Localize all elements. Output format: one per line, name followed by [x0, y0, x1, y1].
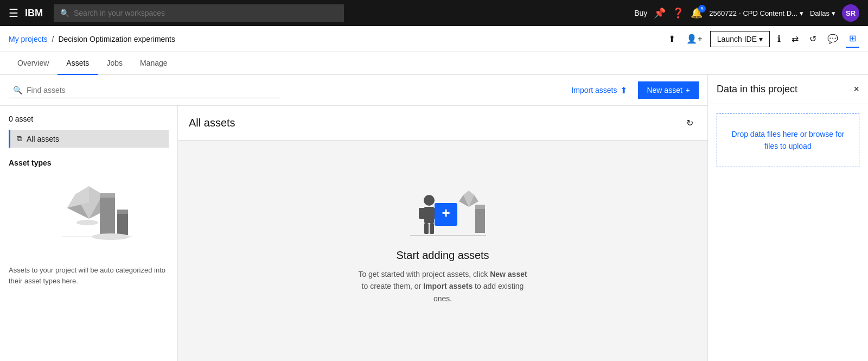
new-asset-button[interactable]: New asset +: [638, 81, 699, 99]
data-sidebar-close-button[interactable]: ×: [853, 84, 859, 95]
new-asset-label: New asset: [647, 86, 682, 94]
svg-rect-8: [117, 210, 128, 214]
region-chevron-icon: ▾: [832, 9, 835, 17]
svg-rect-16: [430, 223, 434, 234]
split-pane: 0 asset ⧉ All assets Asset types: [0, 106, 707, 361]
content-area: 🔍 Import assets ⬆ New asset + 0 asset ⧉ …: [0, 75, 707, 361]
notification-badge: 5: [698, 5, 706, 12]
empty-state-description: To get started with project assets, clic…: [356, 268, 529, 305]
upload-icon[interactable]: ⬆: [665, 30, 679, 47]
avatar[interactable]: SR: [842, 4, 859, 22]
comment-icon[interactable]: 💬: [824, 30, 841, 47]
search-box[interactable]: 🔍: [54, 4, 344, 22]
breadcrumb: My projects / Decision Optimization expe…: [9, 35, 175, 43]
launch-ide-label: Launch IDE: [717, 35, 757, 43]
region-switcher[interactable]: Dallas ▾: [810, 9, 835, 17]
tabs-bar: Overview Assets Jobs Manage: [0, 52, 868, 75]
projects-breadcrumb-link[interactable]: My projects: [9, 35, 48, 43]
asset-illustration-svg: [46, 178, 132, 254]
refresh-icon[interactable]: ↻: [683, 115, 697, 131]
add-user-icon[interactable]: 👤+: [683, 30, 705, 47]
svg-rect-15: [424, 223, 429, 234]
drop-zone-text: Drop data files here or browse for files…: [726, 128, 850, 153]
launch-ide-button[interactable]: Launch IDE ▾: [710, 31, 770, 47]
svg-rect-5: [100, 194, 115, 235]
pin-icon[interactable]: 📌: [654, 7, 666, 19]
account-switcher[interactable]: 2560722 - CPD Content D... ▾: [709, 9, 803, 17]
svg-rect-23: [475, 205, 485, 209]
menu-icon[interactable]: ☰: [9, 7, 18, 20]
breadcrumb-actions: ⬆ 👤+ Launch IDE ▾ ℹ ⇄ ↺ 💬 ⊞: [665, 30, 859, 48]
main-content-area: All assets ↻ +: [178, 106, 707, 361]
share-icon[interactable]: ⇄: [788, 30, 802, 47]
new-asset-plus-icon: +: [686, 86, 690, 94]
account-label: 2560722 - CPD Content D...: [709, 9, 797, 17]
find-assets-input[interactable]: [27, 86, 276, 94]
top-navigation: ☰ IBM 🔍 Buy 📌 ❓ 🔔 5 2560722 - CPD Conten…: [0, 0, 868, 26]
svg-point-11: [424, 195, 435, 206]
svg-point-4: [76, 220, 98, 225]
find-assets-search[interactable]: 🔍: [9, 83, 280, 98]
all-assets-header: All assets ↻: [178, 106, 707, 141]
svg-text:+: +: [442, 205, 450, 221]
grid-icon[interactable]: ⊞: [846, 30, 859, 48]
data-sidebar-header: Data in this project ×: [708, 75, 868, 104]
assets-toolbar: 🔍 Import assets ⬆ New asset +: [0, 75, 707, 106]
account-chevron-icon: ▾: [800, 9, 803, 17]
notification-icon[interactable]: 🔔 5: [691, 7, 703, 19]
all-assets-icon: ⧉: [17, 134, 22, 143]
asset-count: 0 asset: [9, 115, 169, 123]
svg-rect-13: [419, 208, 425, 219]
asset-illustration: [9, 178, 169, 254]
tab-jobs[interactable]: Jobs: [98, 52, 131, 75]
asset-description: Assets to your project will be auto cate…: [9, 265, 169, 286]
left-panel: 0 asset ⧉ All assets Asset types: [0, 106, 178, 361]
info-icon[interactable]: ℹ: [774, 30, 784, 47]
history-icon[interactable]: ↺: [806, 30, 820, 47]
current-project-label: Decision Optimization experiments: [58, 35, 175, 43]
svg-rect-22: [475, 206, 485, 233]
svg-rect-7: [117, 211, 128, 235]
drop-zone[interactable]: Drop data files here or browse for files…: [717, 113, 859, 167]
import-icon: ⬆: [620, 85, 627, 96]
region-label: Dallas: [810, 9, 829, 17]
import-assets-label: Import assets: [571, 86, 617, 94]
empty-state-illustration: +: [399, 184, 486, 249]
buy-link[interactable]: Buy: [634, 9, 647, 17]
empty-state: + Start adding assets To get started wi: [178, 141, 707, 348]
import-assets-button[interactable]: Import assets ⬆: [567, 82, 631, 99]
help-icon[interactable]: ❓: [672, 7, 684, 19]
breadcrumb-separator: /: [52, 35, 54, 43]
data-sidebar-title: Data in this project: [717, 84, 797, 95]
search-assets-icon: 🔍: [13, 86, 22, 94]
data-sidebar: Data in this project × Drop data files h…: [707, 75, 868, 361]
empty-state-title: Start adding assets: [396, 249, 489, 262]
launch-ide-chevron-icon: ▾: [759, 35, 763, 43]
search-icon: 🔍: [60, 9, 69, 17]
all-assets-item[interactable]: ⧉ All assets: [9, 130, 169, 148]
tab-manage[interactable]: Manage: [131, 52, 176, 75]
main-layout: 🔍 Import assets ⬆ New asset + 0 asset ⧉ …: [0, 75, 868, 361]
tab-assets[interactable]: Assets: [58, 52, 98, 75]
breadcrumb-bar: My projects / Decision Optimization expe…: [0, 26, 868, 52]
search-input[interactable]: [74, 9, 337, 17]
asset-types-label: Asset types: [9, 159, 169, 167]
svg-rect-6: [100, 193, 115, 198]
ibm-logo: IBM: [25, 8, 43, 19]
all-assets-title: All assets: [189, 117, 235, 129]
tab-overview[interactable]: Overview: [9, 52, 58, 75]
all-assets-label: All assets: [27, 135, 59, 143]
